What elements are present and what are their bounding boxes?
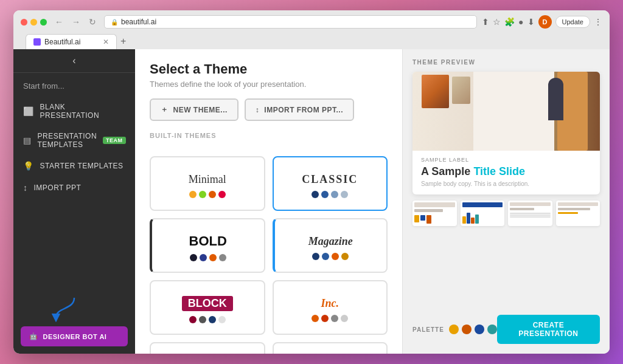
theme-selector-description: Themes define the look of your presentat… [150, 80, 388, 89]
import-icon: ↕ [256, 106, 260, 114]
blank-presentation-icon: ⬜ [23, 106, 34, 116]
theme-name-block: BLOCK [182, 296, 233, 311]
fullscreen-window-btn[interactable] [40, 19, 47, 26]
traffic-lights [21, 19, 47, 26]
palette-label: Palette [412, 326, 444, 333]
bookmark-icon[interactable]: ☆ [493, 17, 501, 27]
palette-dot-2 [462, 325, 472, 334]
sidebar-item-label: Presentation Templates [38, 132, 97, 149]
preview-thumb-2[interactable] [461, 201, 505, 226]
theme-card-minimal[interactable]: Minimal [150, 156, 265, 211]
preview-panel: Theme Preview Sample Label A Sample Titl… [403, 49, 610, 354]
url-text: beautiful.ai [121, 18, 156, 26]
more-icon[interactable]: ⬇ [527, 17, 535, 27]
sidebar-item-starter[interactable]: 💡 Starter Templates [13, 155, 135, 177]
dot [189, 191, 197, 198]
theme-grid: Minimal CLASSIC [150, 156, 388, 354]
reload-btn[interactable]: ↻ [86, 16, 99, 28]
dot [200, 254, 207, 261]
theme-card-magazine[interactable]: Magazine [273, 218, 388, 273]
palette-dot-3 [475, 325, 484, 334]
theme-card-block[interactable]: BLOCK [150, 280, 265, 335]
new-tab-btn[interactable]: + [118, 33, 128, 49]
address-bar[interactable]: 🔒 beautiful.ai [104, 15, 477, 29]
dot [321, 315, 329, 322]
preview-thumbnails [412, 201, 600, 226]
theme-dots-block [189, 316, 226, 323]
main-panel: Select a Theme Themes define the look of… [135, 49, 402, 354]
browser-window: ← → ↻ 🔒 beautiful.ai ⬆ ☆ 🧩 ● ⬇ D Update … [13, 10, 610, 354]
sidebar-item-templates[interactable]: ▤ Presentation Templates TEAM [13, 126, 135, 155]
dot [341, 253, 349, 260]
theme-name-magazine: Magazine [308, 235, 353, 248]
preview-main-slide: Sample Label A Sample Title Slide Sample… [412, 72, 600, 194]
theme-actions: ＋ New Theme... ↕ Import From PPT... [150, 98, 388, 121]
dot [332, 253, 339, 260]
preview-slide-content: Sample Label A Sample Title Slide Sample… [412, 151, 600, 194]
minimize-window-btn[interactable] [30, 19, 37, 26]
user-avatar[interactable]: D [538, 15, 552, 29]
forward-nav-btn[interactable]: → [69, 16, 83, 28]
browser-chrome: ← → ↻ 🔒 beautiful.ai ⬆ ☆ 🧩 ● ⬇ D Update … [13, 10, 610, 49]
browser-actions: ⬆ ☆ 🧩 ● ⬇ D Update ⋮ [482, 15, 602, 29]
import-theme-button[interactable]: ↕ Import From PPT... [245, 98, 354, 121]
theme-card-inc[interactable]: Inc. [273, 280, 388, 335]
browser-controls: ← → ↻ 🔒 beautiful.ai ⬆ ☆ 🧩 ● ⬇ D Update … [21, 15, 602, 29]
sidebar-item-label: Blank Presentation [40, 103, 126, 120]
preview-bottom: Palette Create Presentation [412, 315, 600, 344]
active-tab[interactable]: Beautiful.ai ✕ [26, 34, 117, 49]
dot [331, 315, 338, 322]
theme-dots-classic [312, 191, 348, 198]
preview-slide-title: A Sample Title Slide [421, 165, 591, 179]
new-theme-button[interactable]: ＋ New Theme... [150, 98, 238, 121]
preview-thumb-4[interactable] [556, 201, 600, 226]
dot [331, 191, 338, 198]
share-icon[interactable]: ⬆ [482, 17, 489, 27]
back-nav-btn[interactable]: ← [52, 16, 66, 28]
preview-thumb-3[interactable] [508, 201, 552, 226]
sidebar-back-btn[interactable]: ‹ [72, 55, 75, 66]
starter-templates-icon: 💡 [23, 161, 34, 171]
preview-thumb-1[interactable] [412, 201, 457, 226]
create-presentation-button[interactable]: Create Presentation [497, 315, 600, 344]
tab-close-btn[interactable]: ✕ [103, 38, 109, 46]
update-button[interactable]: Update [555, 16, 590, 28]
title-part1: A Sample [421, 165, 473, 177]
dot [312, 191, 319, 198]
start-from-label: Start from... [13, 73, 135, 97]
theme-card-bold[interactable]: BOLD [150, 218, 265, 273]
photo-wall [473, 72, 554, 151]
sidebar: ‹ Start from... ⬜ Blank Presentation ▤ P… [13, 49, 135, 354]
lock-icon: 🔒 [111, 19, 118, 26]
close-window-btn[interactable] [21, 19, 27, 26]
dot [199, 316, 206, 323]
theme-selector-title: Select a Theme [150, 61, 388, 77]
app-body: ‹ Start from... ⬜ Blank Presentation ▤ P… [13, 49, 610, 354]
preview-label: Theme Preview [412, 59, 600, 66]
arrow-indicator [13, 301, 135, 319]
sidebar-item-blank[interactable]: ⬜ Blank Presentation [13, 97, 135, 126]
menu-icon[interactable]: ⋮ [594, 17, 602, 27]
dot [321, 191, 329, 198]
preview-slide-image [412, 72, 600, 151]
dot [209, 254, 217, 261]
theme-card-cheeky[interactable]: Cheeky [150, 342, 265, 354]
nav-buttons: ← → ↻ [52, 16, 99, 28]
palette-dot-4 [487, 325, 497, 334]
theme-card-museum[interactable]: Museum [273, 342, 388, 354]
theme-dots-magazine [312, 253, 349, 260]
dot [341, 315, 348, 322]
extension-icon[interactable]: 🧩 [504, 17, 515, 27]
dot [312, 253, 319, 260]
preview-slide-body: Sample body copy. This is a description. [421, 180, 591, 187]
profile-icon[interactable]: ● [518, 17, 523, 27]
sidebar-item-label: Import PPT [34, 184, 82, 192]
sidebar-item-import[interactable]: ↕ Import PPT [13, 177, 135, 199]
theme-card-classic[interactable]: CLASSIC [273, 156, 388, 211]
dot [218, 316, 226, 323]
browser-tabs: Beautiful.ai ✕ + [21, 33, 602, 49]
new-theme-label: New Theme... [173, 106, 228, 114]
sidebar-back: ‹ [13, 49, 135, 73]
dot [209, 191, 216, 198]
designer-bot-button[interactable]: 🤖 Designer Bot AI [21, 326, 128, 346]
